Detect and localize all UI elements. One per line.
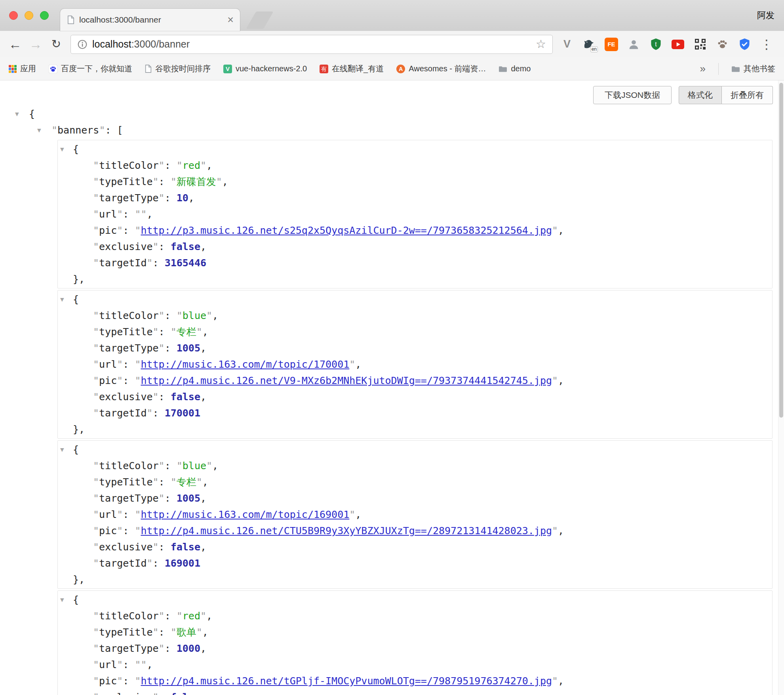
json-object-item: ▼{"titleColor": "blue","typeTitle": "专栏"… xyxy=(57,290,773,439)
url-host: localhost xyxy=(92,38,131,50)
json-property-line: "url": "", xyxy=(58,657,772,673)
json-boolean-value: false xyxy=(171,241,200,252)
page-info-icon[interactable] xyxy=(77,39,88,50)
collapse-toggle-icon[interactable]: ▼ xyxy=(60,291,64,307)
json-banners-line: ▼"banners": [ xyxy=(0,122,784,138)
json-link-value[interactable]: http://p4.music.126.net/tGPljf-IMOCyPvum… xyxy=(141,675,552,687)
json-property-line: "targetType": 1005, xyxy=(58,490,772,506)
bookmark-item-baidu[interactable]: 百度一下，你就知道 xyxy=(49,63,132,74)
json-property-line: "pic": "http://p4.music.126.net/CTU5B9R9… xyxy=(58,523,772,539)
browser-tab[interactable]: localhost:3000/banner × xyxy=(60,9,240,31)
bookmark-item-apps[interactable]: 应用 xyxy=(9,63,36,74)
json-key: targetId xyxy=(99,407,147,419)
json-property-line: "pic": "http://p4.music.126.net/V9-MXz6b… xyxy=(58,372,772,389)
vimium-extension-icon[interactable]: V xyxy=(560,37,574,52)
json-object-close-line: }, xyxy=(58,271,772,287)
json-boolean-value: false xyxy=(171,391,200,403)
collapse-toggle-icon[interactable]: ▼ xyxy=(60,441,64,458)
collapse-toggle-icon[interactable]: ▼ xyxy=(60,592,64,608)
json-string-value: red xyxy=(183,610,200,622)
json-key: pic xyxy=(99,525,117,537)
bookmarks-bar: 应用百度一下，你就知道谷歌按时间排序Vvue-hackernews-2.0有在线… xyxy=(0,57,784,80)
new-tab-button[interactable] xyxy=(246,11,273,29)
paw-extension-icon[interactable] xyxy=(715,37,729,52)
collapse-toggle-icon[interactable]: ▼ xyxy=(37,122,41,138)
json-string-value: blue xyxy=(183,310,206,321)
json-object-open-line: ▼{ xyxy=(58,141,772,157)
back-button[interactable]: ← xyxy=(5,38,25,51)
json-string-value: blue xyxy=(183,460,206,472)
json-property-line: "url": "http://music.163.com/m/topic/170… xyxy=(58,356,772,372)
translator-badge: en xyxy=(590,46,598,52)
bookmark-label: 应用 xyxy=(20,63,36,74)
json-object-item: ▼{"titleColor": "blue","typeTitle": "专栏"… xyxy=(57,440,773,589)
json-property-line: "titleColor": "blue", xyxy=(58,458,772,474)
json-property-line: "titleColor": "blue", xyxy=(58,307,772,324)
address-bar[interactable]: localhost:3000/banner ☆ xyxy=(70,35,553,54)
format-button-group: 格式化 折叠所有 xyxy=(679,86,773,104)
vue-icon: V xyxy=(223,65,232,73)
json-number-value: 1000 xyxy=(177,643,200,654)
json-root-open-line: ▼{ xyxy=(0,106,784,122)
scrollbar-thumb[interactable] xyxy=(779,83,783,418)
trend-glyph: t xyxy=(655,41,657,48)
json-property-line: "typeTitle": "歌单", xyxy=(58,624,772,640)
bookmark-item-vue[interactable]: Vvue-hackernews-2.0 xyxy=(223,64,307,73)
bookmark-star-icon[interactable]: ☆ xyxy=(536,38,546,50)
reload-button[interactable]: ↻ xyxy=(46,38,67,50)
page-favicon-icon xyxy=(67,15,74,24)
json-property-line: "typeTitle": "专栏", xyxy=(58,324,772,340)
json-key: exclusive xyxy=(99,541,152,553)
json-link-value[interactable]: http://music.163.com/m/topic/169001 xyxy=(141,509,349,520)
window-minimize-button[interactable] xyxy=(25,11,33,20)
blue-shield-extension-icon[interactable] xyxy=(737,37,752,52)
window-close-button[interactable] xyxy=(9,11,18,20)
json-property-line: "titleColor": "red", xyxy=(58,608,772,624)
bookmark-item-youdao[interactable]: 有在线翻译_有道 xyxy=(320,63,384,74)
qr-code-extension-icon[interactable] xyxy=(693,37,707,52)
bookmark-item-page[interactable]: 谷歌按时间排序 xyxy=(145,63,211,74)
bookmarks-overflow-icon[interactable]: » xyxy=(700,63,706,75)
json-key: targetType xyxy=(99,643,159,654)
json-array-open: : [ xyxy=(105,124,123,136)
json-boolean-value: false xyxy=(171,541,200,553)
bookmark-item-awesomes[interactable]: AAwesomes - 前端资… xyxy=(396,63,486,74)
json-key: url xyxy=(99,659,117,670)
json-link-value[interactable]: http://p4.music.126.net/V9-MXz6b2MNhEKju… xyxy=(141,375,552,386)
json-key: url xyxy=(99,208,117,220)
fe-glyph: FE xyxy=(605,38,618,51)
collapse-all-button[interactable]: 折叠所有 xyxy=(722,86,773,104)
people-extension-icon[interactable] xyxy=(626,37,641,52)
download-json-button[interactable]: 下载JSON数据 xyxy=(593,86,672,104)
profile-name[interactable]: 阿发 xyxy=(757,10,774,21)
fe-extension-icon[interactable]: FE xyxy=(604,37,618,52)
json-boolean-value: false xyxy=(171,691,200,695)
tab-close-icon[interactable]: × xyxy=(227,15,234,25)
json-link-value[interactable]: http://music.163.com/m/topic/170001 xyxy=(141,359,349,370)
other-bookmarks-folder[interactable]: 其他书签 xyxy=(731,63,775,74)
window-zoom-button[interactable] xyxy=(40,11,49,20)
bookmark-label: 谷歌按时间排序 xyxy=(155,63,211,74)
green-shield-extension-icon[interactable]: t xyxy=(649,37,663,52)
browser-toolbar: ← → ↻ localhost:3000/banner ☆ V en FE t … xyxy=(0,31,784,57)
json-array-items: ▼{"titleColor": "red","typeTitle": "新碟首发… xyxy=(0,140,784,695)
vimium-glyph: V xyxy=(563,38,571,50)
json-property-line: "targetType": 1005, xyxy=(58,340,772,356)
collapse-toggle-icon[interactable]: ▼ xyxy=(60,141,64,157)
json-property-line: "targetId": 170001 xyxy=(58,405,772,421)
json-string-value: red xyxy=(183,160,200,171)
translator-extension-icon[interactable]: en xyxy=(582,37,596,52)
browser-menu-button[interactable]: ⋮ xyxy=(759,37,774,52)
json-object-item: ▼{"titleColor": "red","typeTitle": "新碟首发… xyxy=(57,140,773,288)
json-number-value: 10 xyxy=(177,192,188,204)
json-link-value[interactable]: http://p3.music.126.net/s25q2x5QyqsAzilC… xyxy=(141,225,552,236)
json-key: targetType xyxy=(99,342,159,354)
youtube-extension-icon[interactable] xyxy=(671,37,685,52)
collapse-toggle-icon[interactable]: ▼ xyxy=(15,106,19,122)
json-link-value[interactable]: http://p4.music.126.net/CTU5B9R9y3XyYBZX… xyxy=(141,525,552,537)
json-viewer: ▼{ ▼"banners": [ ▼{"titleColor": "red","… xyxy=(0,106,784,695)
youdao-icon: 有 xyxy=(320,65,328,73)
json-key: url xyxy=(99,359,117,370)
format-button[interactable]: 格式化 xyxy=(679,86,722,104)
bookmark-item-folder[interactable]: demo xyxy=(499,64,531,73)
